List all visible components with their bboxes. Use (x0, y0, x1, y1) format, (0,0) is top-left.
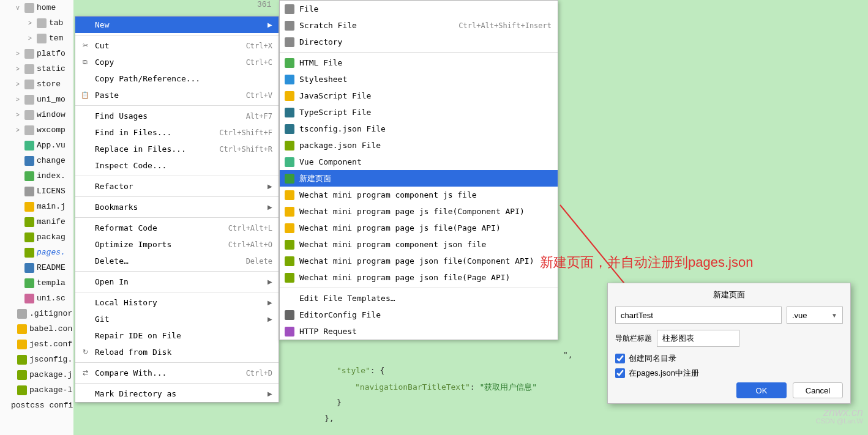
tree-item-label: uni.sc (37, 294, 65, 303)
menu-item[interactable]: Find in Files...Ctrl+Shift+F (75, 124, 279, 141)
tree-item[interactable]: LICENS (0, 184, 73, 199)
js-icon (24, 202, 34, 212)
menu-item[interactable]: Git▶ (75, 311, 279, 327)
menu-item[interactable]: Reformat CodeCtrl+Alt+L (75, 220, 279, 236)
submenu-item[interactable]: HTML File (280, 54, 558, 71)
menu-item[interactable]: Replace in Files...Ctrl+Shift+R (75, 141, 279, 157)
tree-item[interactable]: >tem (0, 31, 73, 46)
menu-item[interactable]: Open In▶ (75, 273, 279, 290)
menu-label: Cut (95, 41, 241, 50)
page-name-input[interactable] (615, 307, 782, 324)
submenu-arrow-icon: ▶ (268, 183, 272, 190)
ok-button[interactable]: OK (736, 382, 787, 398)
tree-item[interactable]: >window (0, 107, 73, 122)
menu-item[interactable]: Delete…Delete (75, 253, 279, 269)
menu-item[interactable]: Optimize ImportsCtrl+Alt+O (75, 236, 279, 253)
submenu-item[interactable]: TypeScript File (280, 104, 558, 121)
menu-item[interactable]: ⇄Compare With...Ctrl+D (75, 365, 279, 381)
tree-item[interactable]: .gitignor (0, 306, 73, 321)
tree-item[interactable]: templa (0, 275, 73, 291)
tree-item[interactable]: >uni_mo (0, 92, 73, 107)
submenu-item[interactable]: Stylesheet (280, 71, 558, 87)
tree-item[interactable]: README (0, 260, 73, 275)
folder-icon (24, 125, 34, 135)
watermark: znwx.cn CSDN @Lan.W (816, 408, 863, 425)
tree-item[interactable]: >wxcomp (0, 122, 73, 138)
submenu-item[interactable]: Wechat mini program component json file (280, 236, 558, 253)
tree-item[interactable]: >static (0, 61, 73, 76)
submenu-item[interactable]: Vue Component (280, 154, 558, 170)
h-icon (24, 278, 34, 288)
submenu-item[interactable]: Edit File Templates… (280, 290, 558, 307)
menu-item[interactable]: ⧉CopyCtrl+C (75, 54, 279, 70)
folder-icon (24, 95, 34, 105)
tree-item[interactable]: main.j (0, 199, 73, 214)
menu-item[interactable]: Repair IDE on File (75, 327, 279, 344)
tree-item[interactable]: index. (0, 168, 73, 184)
menu-item[interactable]: Find UsagesAlt+F7 (75, 108, 279, 124)
extension-select[interactable]: .vue ▼ (787, 307, 843, 324)
folder-icon (24, 3, 34, 13)
menu-item[interactable]: Bookmarks▶ (75, 199, 279, 215)
submenu-item[interactable]: File (280, 1, 558, 17)
cancel-button[interactable]: Cancel (793, 382, 843, 398)
menu-label: Copy Path/Reference... (95, 74, 272, 83)
submenu-item[interactable]: Wechat mini program page js file(Page AP… (280, 220, 558, 236)
tree-item[interactable]: vhome (0, 0, 73, 15)
tree-item-label: postcss config is (11, 401, 73, 410)
filetype-icon (285, 75, 294, 84)
menu-item[interactable]: 📋PasteCtrl+V (75, 87, 279, 103)
tree-item[interactable]: jsconfig. (0, 352, 73, 367)
menu-item[interactable]: Refactor▶ (75, 178, 279, 195)
menu-shortcut: Ctrl+Shift+F (219, 128, 272, 137)
submenu-label: Edit File Templates… (299, 294, 552, 303)
create-dir-checkbox[interactable] (615, 354, 625, 363)
tree-item[interactable]: package.j (0, 367, 73, 382)
register-pages-checkbox[interactable] (615, 368, 625, 378)
submenu-item[interactable]: HTTP Request (280, 323, 558, 340)
menu-item[interactable]: Inspect Code... (75, 157, 279, 174)
tree-item[interactable]: manife (0, 214, 73, 229)
tree-item[interactable]: package-l (0, 382, 73, 398)
submenu-item[interactable]: package.json File (280, 137, 558, 154)
nav-title-input[interactable] (657, 330, 739, 347)
menu-item[interactable]: Copy Path/Reference... (75, 70, 279, 87)
tree-item[interactable]: uni.sc (0, 291, 73, 306)
tree-item[interactable]: App.vu (0, 138, 73, 153)
submenu-label: Wechat mini program page js file(Compone… (299, 207, 552, 216)
menu-item[interactable]: ↻Reload from Disk (75, 344, 279, 360)
menu-icon (80, 256, 90, 266)
submenu-item[interactable]: Wechat mini program page json file(Page … (280, 269, 558, 286)
submenu-item[interactable]: Directory (280, 34, 558, 50)
json-icon (17, 370, 27, 380)
tree-item[interactable]: jest.conf (0, 336, 73, 352)
submenu-item[interactable]: 新建页面 (280, 170, 558, 187)
tree-item[interactable]: packag (0, 229, 73, 245)
menu-item[interactable]: Local History▶ (75, 294, 279, 311)
submenu-item[interactable]: Wechat mini program component js file (280, 187, 558, 203)
filetype-icon (285, 124, 294, 134)
tree-item[interactable]: >platfo (0, 46, 73, 61)
tree-item-label: README (37, 263, 65, 272)
tree-item[interactable]: >tab (0, 15, 73, 31)
menu-shortcut: Ctrl+Shift+R (219, 145, 272, 154)
submenu-label: package.json File (299, 141, 552, 150)
tree-item[interactable]: postcss config is (0, 398, 73, 413)
submenu-item[interactable]: EditorConfig File (280, 307, 558, 323)
submenu-item[interactable]: tsconfig.json File (280, 121, 558, 137)
menu-item[interactable]: Mark Directory as▶ (75, 385, 279, 402)
tree-item[interactable]: change (0, 153, 73, 168)
tree-item[interactable]: pages. (0, 245, 73, 260)
menu-label: Delete… (95, 256, 241, 266)
submenu-item[interactable]: Wechat mini program page js file(Compone… (280, 203, 558, 220)
submenu-item[interactable]: Wechat mini program page json file(Compo… (280, 253, 558, 269)
menu-item[interactable]: New▶ (75, 17, 279, 33)
submenu-item[interactable]: JavaScript File (280, 87, 558, 104)
create-dir-label: 创建同名目录 (629, 353, 676, 364)
tree-item[interactable]: babel.con (0, 321, 73, 336)
menu-icon (80, 223, 90, 233)
menu-item[interactable]: ✂CutCtrl+X (75, 37, 279, 54)
submenu-item[interactable]: Scratch FileCtrl+Alt+Shift+Insert (280, 17, 558, 34)
tree-item[interactable]: >store (0, 76, 73, 92)
menu-label: Find in Files... (95, 128, 214, 137)
